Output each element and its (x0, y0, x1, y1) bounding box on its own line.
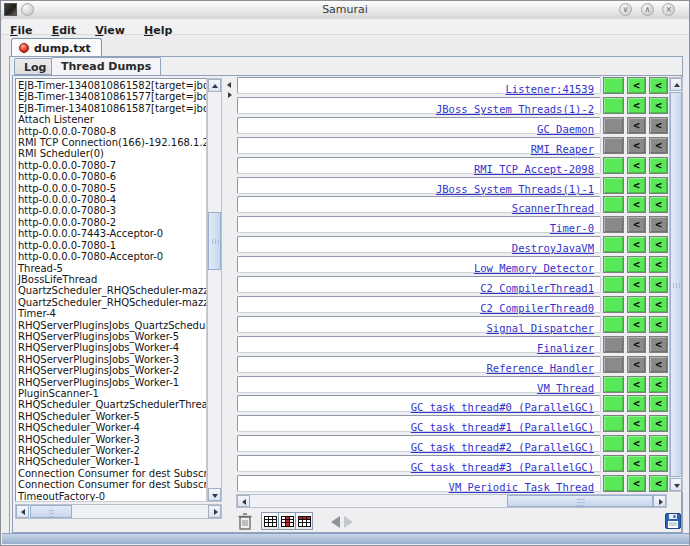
collapse-left-icon[interactable] (227, 82, 231, 88)
thread-list-item[interactable]: RHQServerPluginsJobs_Worker-1 (18, 377, 206, 388)
thread-list-item[interactable]: RHQScheduler_Worker-3 (18, 434, 206, 445)
thread-list-item[interactable]: RHQScheduler_Worker-1 (18, 456, 206, 467)
menu-edit[interactable]: Edit (50, 23, 82, 37)
thread-link[interactable]: Finalizer (537, 342, 600, 354)
prev-dump-button[interactable]: < (649, 475, 668, 492)
dump-hscrollbar[interactable] (236, 494, 667, 508)
thread-link[interactable]: GC task thread#2 (ParallelGC) (411, 441, 600, 453)
prev-dump-button[interactable]: < (627, 316, 646, 333)
thread-list-item[interactable]: http-0.0.0.0-7080-4 (18, 194, 206, 205)
thread-list-item[interactable]: Connection Consumer for dest Subscriptio… (18, 479, 206, 490)
close-button[interactable]: × (662, 3, 675, 16)
thread-list-item[interactable]: Connection Consumer for dest Subscriptio… (18, 468, 206, 479)
thread-list-item[interactable]: RHQServerPluginsJobs_Worker-3 (18, 354, 206, 365)
thread-link[interactable]: JBoss System Threads(1)-2 (436, 103, 600, 115)
prev-dump-button[interactable]: < (627, 157, 646, 174)
thread-link[interactable]: C2 CompilerThread1 (480, 282, 600, 294)
prev-dump-button[interactable]: < (627, 77, 646, 94)
thread-list-item[interactable]: http-0.0.0.0-7080-3 (18, 205, 206, 216)
prev-dump-button[interactable]: < (649, 395, 668, 412)
prev-dump-button[interactable]: < (627, 415, 646, 432)
tab-thread-dumps[interactable]: Thread Dumps (51, 57, 161, 75)
thread-link[interactable]: ScannerThread (512, 202, 600, 214)
thread-link[interactable]: VM Periodic Task Thread (449, 481, 600, 493)
prev-dump-button[interactable]: < (627, 236, 646, 253)
thread-list-vscrollbar[interactable] (207, 78, 222, 502)
thread-list-item[interactable]: http-0.0.0.0-7080-2 (18, 217, 206, 228)
thread-list-item[interactable]: EJB-Timer-1340810861587[target=jboss. (18, 103, 206, 114)
prev-dump-button[interactable]: < (627, 376, 646, 393)
scroll-right-icon[interactable] (653, 495, 666, 507)
thread-link[interactable]: DestroyJavaVM (512, 242, 600, 254)
thread-list-item[interactable]: Thread-5 (18, 263, 206, 274)
thread-link[interactable]: C2 CompilerThread0 (480, 302, 600, 314)
prev-dump-button[interactable]: < (627, 296, 646, 313)
save-floppy-icon[interactable] (665, 513, 681, 529)
thread-link[interactable]: GC task thread#1 (ParallelGC) (411, 421, 600, 433)
thread-list-item[interactable]: JBossLifeThread (18, 274, 206, 285)
thread-list-item[interactable]: RHQScheduler_Worker-2 (18, 445, 206, 456)
thread-list-item[interactable]: RHQScheduler_Worker-5 (18, 411, 206, 422)
thread-list-hscroll-thumb[interactable] (30, 505, 72, 518)
scroll-right-icon[interactable] (208, 505, 221, 518)
thread-list-item[interactable]: RMI Scheduler(0) (18, 148, 206, 159)
prev-dump-button[interactable]: < (649, 435, 668, 452)
scroll-left-icon[interactable] (237, 495, 250, 507)
scroll-up-icon[interactable] (208, 79, 221, 92)
thread-link[interactable]: Low Memory Detector (474, 262, 600, 274)
menu-view[interactable]: View (93, 23, 131, 37)
scroll-up-icon[interactable] (670, 78, 682, 91)
prev-dump-button[interactable]: < (649, 177, 668, 194)
thread-list-item[interactable]: http-0.0.0.0-7080-5 (18, 183, 206, 194)
prev-dump-button[interactable]: < (649, 316, 668, 333)
sequence-column-view-button[interactable] (278, 512, 296, 530)
thread-link[interactable]: GC Daemon (537, 123, 600, 135)
next-arrow-icon[interactable] (344, 516, 353, 528)
prev-dump-button[interactable]: < (649, 97, 668, 114)
dump-hscroll-thumb[interactable] (507, 495, 653, 507)
prev-dump-button[interactable]: < (627, 256, 646, 273)
thread-link[interactable]: VM Thread (537, 382, 600, 394)
thread-list-item[interactable]: http-0.0.0.0-7080-Acceptor-0 (18, 251, 206, 262)
prev-dump-button[interactable]: < (649, 415, 668, 432)
prev-dump-button[interactable]: < (649, 216, 668, 233)
thread-list-item[interactable]: TimeoutFactory-0 (18, 491, 206, 502)
thread-link[interactable]: Timer-0 (550, 222, 600, 234)
minimize-button[interactable]: ∨ (619, 3, 632, 16)
thread-list-item[interactable]: http-0.0.0.0-7080-1 (18, 240, 206, 251)
prev-dump-button[interactable]: < (627, 97, 646, 114)
thread-list-item[interactable]: PluginScanner-1 (18, 388, 206, 399)
prev-dump-button[interactable]: < (627, 356, 646, 373)
prev-dump-button[interactable]: < (627, 276, 646, 293)
scroll-down-icon[interactable] (208, 488, 221, 501)
thread-link[interactable]: JBoss System Threads(1)-1 (436, 183, 600, 195)
thread-list-item[interactable]: RHQServerPluginsJobs_Worker-4 (18, 342, 206, 353)
prev-dump-button[interactable]: < (649, 356, 668, 373)
thread-list-item[interactable]: Timer-4 (18, 308, 206, 319)
thread-list-item[interactable]: EJB-Timer-1340810861582[target=jboss. (18, 80, 206, 91)
prev-dump-button[interactable]: < (649, 77, 668, 94)
prev-dump-button[interactable]: < (649, 157, 668, 174)
thread-list-vscroll-thumb[interactable] (208, 212, 221, 270)
thread-list-item[interactable]: QuartzScheduler_RHQScheduler-mazztower (18, 297, 206, 308)
prev-dump-button[interactable]: < (649, 256, 668, 273)
prev-dump-button[interactable]: < (649, 455, 668, 472)
thread-list-hscrollbar[interactable] (15, 504, 222, 519)
thread-list-item[interactable]: Attach Listener (18, 114, 206, 125)
scroll-left-icon[interactable] (16, 505, 29, 518)
thread-list-item[interactable]: QuartzScheduler_RHQScheduler-mazztower (18, 285, 206, 296)
thread-link[interactable]: Signal Dispatcher (487, 322, 600, 334)
prev-dump-button[interactable]: < (627, 216, 646, 233)
prev-dump-button[interactable]: < (627, 336, 646, 353)
thread-link[interactable]: Reference Handler (487, 362, 600, 374)
scroll-down-icon[interactable] (670, 478, 682, 491)
prev-dump-button[interactable]: < (627, 177, 646, 194)
thread-list-item[interactable]: RHQServerPluginsJobs_Worker-5 (18, 331, 206, 342)
thread-list-item[interactable]: EJB-Timer-1340810861577[target=jboss. (18, 91, 206, 102)
menu-file[interactable]: File (8, 23, 39, 37)
prev-dump-button[interactable]: < (649, 296, 668, 313)
collapse-right-icon[interactable] (228, 92, 232, 98)
thread-link[interactable]: RMI Reaper (531, 143, 600, 155)
maximize-button[interactable]: ∧ (641, 3, 654, 16)
prev-dump-button[interactable]: < (649, 196, 668, 213)
